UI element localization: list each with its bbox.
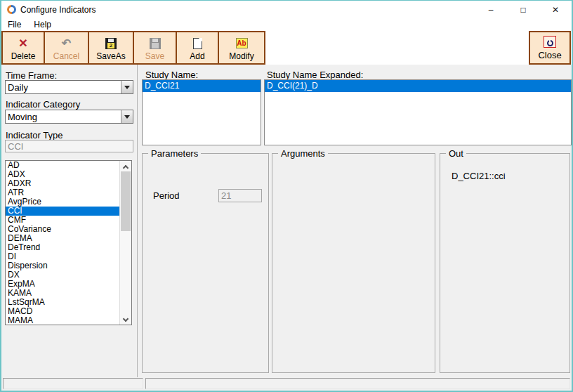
client-area: Time Frame: Daily Indicator Category Mov… xyxy=(1,65,572,377)
indicator-category-combobox[interactable]: Moving xyxy=(5,110,133,124)
toolbar-button-group: ✕ Delete ↶ Cancel 2 SaveAs xyxy=(1,31,265,65)
indicator-list-items: ADADXADXRATRAvgPriceCCICMFCoVarianceDEMA… xyxy=(6,161,119,325)
add-button-label: Add xyxy=(190,52,204,60)
chevron-down-icon xyxy=(124,115,130,119)
save-button[interactable]: Save xyxy=(134,32,177,63)
cancel-button[interactable]: ↶ Cancel xyxy=(45,32,89,63)
study-name-row[interactable]: D_CCI21 xyxy=(143,80,261,92)
scroll-up-button[interactable] xyxy=(120,161,131,171)
study-name-expanded-label: Study Name Expanded: xyxy=(267,70,363,80)
menu-help[interactable]: Help xyxy=(34,20,51,30)
out-title: Out xyxy=(446,148,466,159)
app-icon xyxy=(7,5,16,14)
modify-button[interactable]: Ab Modify xyxy=(219,32,264,63)
save-button-label: Save xyxy=(145,52,164,60)
toolbar: ✕ Delete ↶ Cancel 2 SaveAs xyxy=(1,31,572,65)
delete-icon: ✕ xyxy=(18,38,27,49)
indicator-list-item[interactable]: MAMA xyxy=(6,316,119,325)
save-disk-icon xyxy=(150,38,161,49)
power-icon xyxy=(544,36,556,48)
time-frame-dropdown-button[interactable] xyxy=(121,81,133,93)
left-panel: Time Frame: Daily Indicator Category Mov… xyxy=(1,65,138,377)
out-groupbox: Out D_CCI21::cci xyxy=(440,153,570,373)
parameters-title: Parameters xyxy=(148,148,201,159)
undo-icon: ↶ xyxy=(62,38,71,49)
indicator-category-dropdown-button[interactable] xyxy=(121,110,133,123)
indicator-type-field[interactable] xyxy=(5,140,133,152)
menubar: File Help xyxy=(1,18,572,31)
status-panel-right xyxy=(145,378,570,389)
period-label: Period xyxy=(153,190,180,201)
minimize-button[interactable]: – xyxy=(475,1,507,18)
close-window-button[interactable]: ✕ xyxy=(539,1,572,18)
indicator-category-value: Moving xyxy=(6,112,121,122)
add-button[interactable]: Add xyxy=(177,32,219,63)
status-panel-left xyxy=(3,378,143,389)
saveas-button-label: SaveAs xyxy=(96,52,125,60)
chevron-up-icon xyxy=(123,164,129,170)
indicator-list-scrollbar[interactable] xyxy=(119,161,131,325)
saveas-disk-icon: 2 xyxy=(105,38,117,49)
chevron-down-icon xyxy=(124,86,130,89)
out-value: D_CCI21::cci xyxy=(452,171,506,181)
study-name-expanded-row[interactable]: D_CCI(21)_D xyxy=(265,80,571,92)
cancel-button-label: Cancel xyxy=(53,52,79,60)
arguments-title: Arguments xyxy=(278,148,328,159)
indicator-listbox: ADADXADXRATRAvgPriceCCICMFCoVarianceDEMA… xyxy=(5,160,132,325)
arguments-groupbox: Arguments xyxy=(272,153,435,373)
time-frame-label: Time Frame: xyxy=(6,70,57,81)
scroll-down-button[interactable] xyxy=(120,314,131,325)
indicator-list-item[interactable]: AvgPrice xyxy=(6,197,119,207)
maximize-button[interactable]: □ xyxy=(507,1,539,18)
period-field[interactable] xyxy=(218,189,262,202)
indicator-category-label: Indicator Category xyxy=(6,99,80,110)
close-button[interactable]: Close xyxy=(529,31,571,65)
study-name-list: D_CCI21 xyxy=(142,79,261,145)
parameters-groupbox: Parameters Period xyxy=(142,153,269,373)
study-name-label: Study Name: xyxy=(145,70,198,80)
time-frame-combobox[interactable]: Daily xyxy=(5,80,133,94)
modify-ab-icon: Ab xyxy=(236,38,248,48)
saveas-button[interactable]: 2 SaveAs xyxy=(89,32,134,63)
time-frame-value: Daily xyxy=(6,82,121,93)
study-name-expanded-list: D_CCI(21)_D xyxy=(264,79,572,145)
window-title: Configure Indicators xyxy=(20,5,96,15)
menu-file[interactable]: File xyxy=(8,20,21,30)
close-button-label: Close xyxy=(538,50,561,60)
right-area: Study Name: Study Name Expanded: D_CCI21… xyxy=(138,65,572,377)
indicator-list-item[interactable]: Dispersion xyxy=(6,261,119,270)
scrollbar-track[interactable] xyxy=(120,171,131,314)
modify-button-label: Modify xyxy=(229,52,253,60)
new-page-icon xyxy=(193,38,202,49)
indicator-type-label: Indicator Type xyxy=(6,130,62,141)
scrollbar-thumb[interactable] xyxy=(121,171,131,231)
configure-indicators-window: Configure Indicators – □ ✕ File Help ✕ D… xyxy=(0,0,573,392)
delete-button-label: Delete xyxy=(11,52,36,60)
statusbar xyxy=(1,377,572,391)
indicator-list-item[interactable]: DeTrend xyxy=(6,243,119,252)
chevron-down-icon xyxy=(123,315,129,321)
window-controls: – □ ✕ xyxy=(475,1,572,18)
delete-button[interactable]: ✕ Delete xyxy=(3,32,45,63)
titlebar: Configure Indicators – □ ✕ xyxy=(1,1,572,18)
